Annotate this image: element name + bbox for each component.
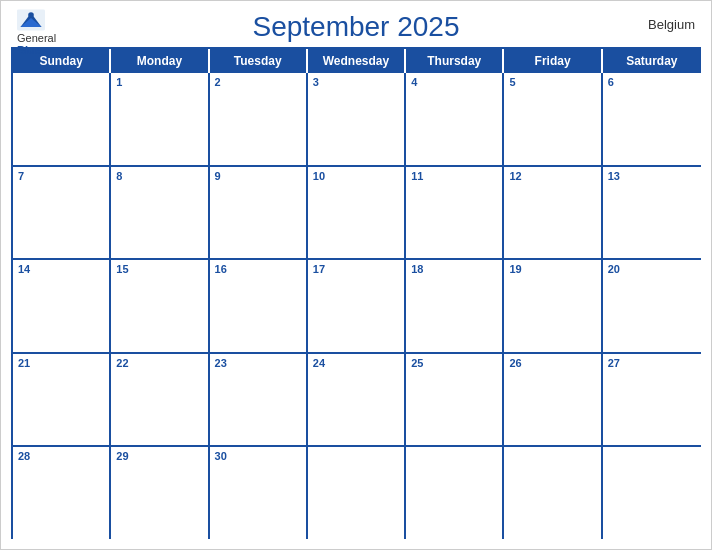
- day-number: 9: [215, 170, 301, 182]
- day-cell: 30: [210, 447, 308, 539]
- day-cell: 23: [210, 354, 308, 446]
- day-number: 3: [313, 76, 399, 88]
- day-cell: 12: [504, 167, 602, 259]
- day-number: 30: [215, 450, 301, 462]
- country-label: Belgium: [648, 17, 695, 32]
- day-cell: 6: [603, 73, 701, 165]
- day-number: 5: [509, 76, 595, 88]
- logo-blue-text: Blue: [17, 44, 41, 56]
- day-header-tuesday: Tuesday: [210, 49, 308, 73]
- day-number: 26: [509, 357, 595, 369]
- logo-general-text: General: [17, 32, 56, 44]
- day-cell: 21: [13, 354, 111, 446]
- day-cell: 1: [111, 73, 209, 165]
- day-cell: 25: [406, 354, 504, 446]
- day-header-thursday: Thursday: [406, 49, 504, 73]
- day-cell: 18: [406, 260, 504, 352]
- day-cell: [308, 447, 406, 539]
- day-number: 16: [215, 263, 301, 275]
- week-row-2: 78910111213: [13, 167, 701, 261]
- day-number: 23: [215, 357, 301, 369]
- day-cell: 9: [210, 167, 308, 259]
- day-number: 18: [411, 263, 497, 275]
- day-header-wednesday: Wednesday: [308, 49, 406, 73]
- day-number: 1: [116, 76, 202, 88]
- calendar-header: General Blue September 2025 Belgium: [1, 1, 711, 47]
- weeks-container: 1234567891011121314151617181920212223242…: [13, 73, 701, 539]
- day-number: 25: [411, 357, 497, 369]
- day-number: 4: [411, 76, 497, 88]
- day-cell: 7: [13, 167, 111, 259]
- day-number: 28: [18, 450, 104, 462]
- day-number: 24: [313, 357, 399, 369]
- day-number: 8: [116, 170, 202, 182]
- day-cell: 2: [210, 73, 308, 165]
- day-cell: 29: [111, 447, 209, 539]
- day-header-saturday: Saturday: [603, 49, 701, 73]
- logo: General Blue: [17, 9, 56, 56]
- day-cell: 24: [308, 354, 406, 446]
- day-cell: 22: [111, 354, 209, 446]
- day-cell: [13, 73, 111, 165]
- day-header-friday: Friday: [504, 49, 602, 73]
- day-cell: 3: [308, 73, 406, 165]
- day-cell: 8: [111, 167, 209, 259]
- day-cell: 20: [603, 260, 701, 352]
- day-number: 22: [116, 357, 202, 369]
- day-number: 29: [116, 450, 202, 462]
- day-number: 21: [18, 357, 104, 369]
- calendar: General Blue September 2025 Belgium Sund…: [0, 0, 712, 550]
- day-number: 7: [18, 170, 104, 182]
- day-number: 14: [18, 263, 104, 275]
- calendar-grid: SundayMondayTuesdayWednesdayThursdayFrid…: [11, 47, 701, 539]
- day-cell: [603, 447, 701, 539]
- day-number: 20: [608, 263, 696, 275]
- day-number: 13: [608, 170, 696, 182]
- week-row-1: 123456: [13, 73, 701, 167]
- day-cell: 19: [504, 260, 602, 352]
- day-number: 19: [509, 263, 595, 275]
- day-cell: 14: [13, 260, 111, 352]
- week-row-4: 21222324252627: [13, 354, 701, 448]
- calendar-title: September 2025: [252, 11, 459, 43]
- day-cell: 26: [504, 354, 602, 446]
- day-cell: 13: [603, 167, 701, 259]
- svg-point-3: [28, 12, 34, 18]
- day-number: 6: [608, 76, 696, 88]
- day-number: 17: [313, 263, 399, 275]
- day-cell: [504, 447, 602, 539]
- day-number: 10: [313, 170, 399, 182]
- day-cell: 10: [308, 167, 406, 259]
- day-headers: SundayMondayTuesdayWednesdayThursdayFrid…: [13, 49, 701, 73]
- day-number: 2: [215, 76, 301, 88]
- day-cell: 17: [308, 260, 406, 352]
- day-cell: 15: [111, 260, 209, 352]
- day-header-monday: Monday: [111, 49, 209, 73]
- day-number: 15: [116, 263, 202, 275]
- day-number: 12: [509, 170, 595, 182]
- week-row-3: 14151617181920: [13, 260, 701, 354]
- day-number: 27: [608, 357, 696, 369]
- day-cell: 27: [603, 354, 701, 446]
- day-cell: 5: [504, 73, 602, 165]
- day-cell: 11: [406, 167, 504, 259]
- week-row-5: 282930: [13, 447, 701, 539]
- day-cell: 16: [210, 260, 308, 352]
- day-cell: 28: [13, 447, 111, 539]
- day-number: 11: [411, 170, 497, 182]
- day-cell: [406, 447, 504, 539]
- day-cell: 4: [406, 73, 504, 165]
